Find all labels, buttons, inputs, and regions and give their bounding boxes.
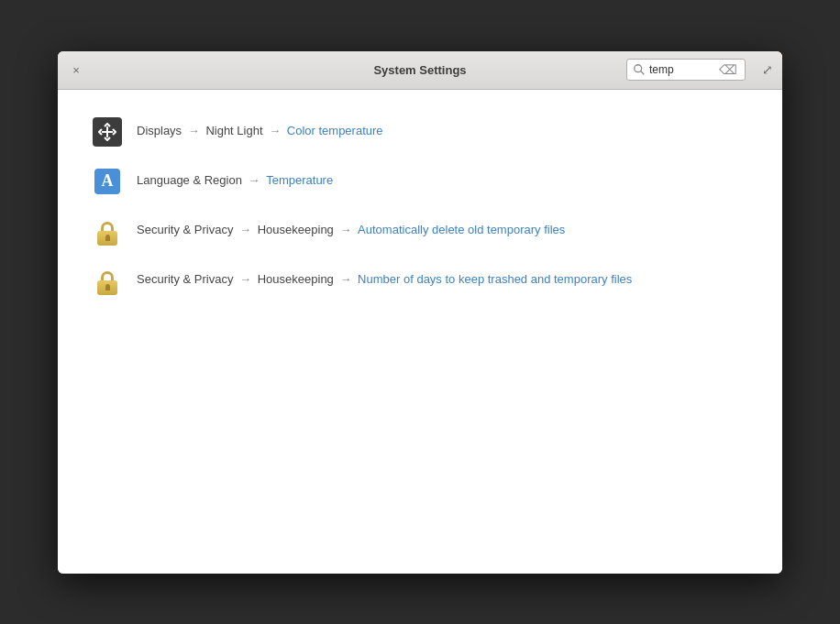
- lock-icon-2: [93, 266, 122, 295]
- window-title: System Settings: [373, 63, 466, 77]
- search-area: ⌫: [626, 59, 746, 81]
- arrow-icon: →: [239, 223, 255, 236]
- arrow-icon: →: [239, 272, 255, 286]
- result-item-displays-nightlight[interactable]: Displays → Night Light → Color temperatu…: [85, 108, 755, 156]
- result-category: Security & Privacy: [137, 272, 233, 286]
- arrow-icon: →: [249, 173, 264, 187]
- displays-icon: [93, 117, 122, 147]
- result-text-displays: Displays → Night Light → Color temperatu…: [137, 123, 383, 139]
- result-item-language-region[interactable]: A Language & Region → Temperature: [85, 158, 755, 205]
- result-text-security-autodelete: Security & Privacy → Housekeeping → Auto…: [137, 222, 565, 238]
- arrow-icon-2: →: [269, 124, 284, 137]
- result-category: Language & Region: [137, 173, 242, 187]
- search-box[interactable]: ⌫: [626, 59, 746, 81]
- result-setting: Automatically delete old temporary files: [358, 223, 565, 236]
- expand-button[interactable]: ⤢: [762, 62, 773, 77]
- result-category: Security & Privacy: [137, 223, 233, 236]
- lock-icon-1: [93, 216, 122, 246]
- result-subcategory: Housekeeping: [258, 272, 334, 286]
- system-settings-window: × System Settings ⌫ ⤢: [58, 51, 782, 574]
- result-setting: Number of days to keep trashed and tempo…: [358, 272, 632, 286]
- arrow-icon-2: →: [339, 272, 355, 286]
- search-input[interactable]: [649, 63, 717, 76]
- svg-line-1: [641, 71, 645, 75]
- result-category: Displays: [137, 124, 182, 137]
- result-item-security-autodelete[interactable]: Security & Privacy → Housekeeping → Auto…: [85, 207, 755, 255]
- arrow-icon: →: [188, 124, 204, 137]
- result-setting: Temperature: [266, 173, 333, 187]
- result-setting: Color temperature: [287, 124, 383, 137]
- result-text-security-days: Security & Privacy → Housekeeping → Numb…: [137, 271, 632, 288]
- clear-search-button[interactable]: ⌫: [717, 63, 739, 76]
- result-subcategory: Housekeeping: [258, 223, 334, 236]
- titlebar: × System Settings ⌫ ⤢: [58, 51, 782, 90]
- close-button[interactable]: ×: [69, 62, 83, 77]
- language-icon: A: [93, 167, 122, 196]
- result-subcategory: Night Light: [205, 124, 262, 137]
- svg-point-0: [635, 65, 642, 72]
- arrow-icon-2: →: [339, 223, 355, 236]
- search-results: Displays → Night Light → Color temperatu…: [58, 90, 782, 574]
- search-icon: [633, 63, 646, 76]
- result-text-language: Language & Region → Temperature: [137, 172, 333, 189]
- result-item-security-days[interactable]: Security & Privacy → Housekeeping → Numb…: [85, 257, 755, 304]
